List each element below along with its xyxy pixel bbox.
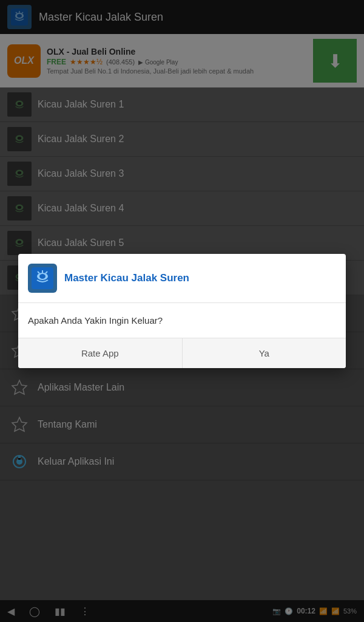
dialog-message: Apakah Anda Yakin Ingin Keluar? bbox=[28, 315, 163, 326]
dialog-title: Master Kicau Jalak Suren bbox=[64, 272, 189, 284]
dialog-body: Apakah Anda Yakin Ingin Keluar? bbox=[18, 303, 346, 338]
yes-button[interactable]: Ya bbox=[183, 338, 346, 368]
dialog: Master Kicau Jalak Suren Apakah Anda Yak… bbox=[18, 254, 346, 368]
dialog-actions: Rate App Ya bbox=[18, 338, 346, 368]
dialog-overlay: Master Kicau Jalak Suren Apakah Anda Yak… bbox=[0, 0, 364, 622]
dialog-header: Master Kicau Jalak Suren bbox=[18, 254, 346, 303]
rate-app-button[interactable]: Rate App bbox=[18, 338, 183, 368]
dialog-app-icon bbox=[28, 264, 57, 293]
svg-point-34 bbox=[39, 274, 46, 279]
